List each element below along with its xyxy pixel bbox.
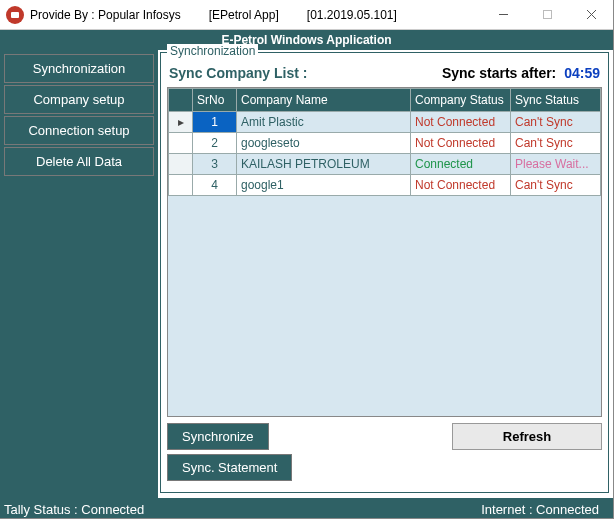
cell-company-status[interactable]: Not Connected (411, 112, 511, 133)
nav-company-setup[interactable]: Company setup (4, 85, 154, 114)
cell-company-status[interactable]: Not Connected (411, 133, 511, 154)
cell-company-name[interactable]: googleseto (237, 133, 411, 154)
app-header: E-Petrol Windows Application (0, 30, 613, 50)
sync-groupbox: Synchronization Sync Company List : Sync… (160, 52, 609, 493)
refresh-button[interactable]: Refresh (452, 423, 602, 450)
cell-company-name[interactable]: KAILASH PETROLEUM (237, 154, 411, 175)
cell-company-name[interactable]: google1 (237, 175, 411, 196)
cell-company-status[interactable]: Connected (411, 154, 511, 175)
row-indicator: ▸ (169, 112, 193, 133)
cell-company-status[interactable]: Not Connected (411, 175, 511, 196)
row-indicator (169, 154, 193, 175)
groupbox-legend: Synchronization (167, 44, 258, 58)
sync-statement-button[interactable]: Sync. Statement (167, 454, 292, 481)
status-bar: Tally Status : Connected Internet : Conn… (0, 498, 613, 519)
content-area: Synchronization Sync Company List : Sync… (158, 50, 613, 498)
table-row[interactable]: 4google1Not ConnectedCan't Sync (169, 175, 601, 196)
maximize-button[interactable] (525, 0, 569, 30)
close-button[interactable] (569, 0, 613, 30)
company-grid[interactable]: SrNo Company Name Company Status Sync St… (167, 87, 602, 417)
synchronize-button[interactable]: Synchronize (167, 423, 269, 450)
minimize-button[interactable] (481, 0, 525, 30)
nav-delete-all-data[interactable]: Delete All Data (4, 147, 154, 176)
tally-status: Tally Status : Connected (4, 502, 144, 517)
cell-srno[interactable]: 1 (193, 112, 237, 133)
table-row[interactable]: 3KAILASH PETROLEUMConnectedPlease Wait..… (169, 154, 601, 175)
row-indicator (169, 133, 193, 154)
col-company-name[interactable]: Company Name (237, 89, 411, 112)
list-title: Sync Company List : (169, 65, 307, 81)
title-version: [01.2019.05.101] (307, 8, 397, 22)
sync-after-label: Sync starts after: (442, 65, 556, 81)
svg-rect-2 (543, 11, 551, 19)
sidebar: Synchronization Company setup Connection… (0, 50, 158, 498)
sync-timer: 04:59 (564, 65, 600, 81)
col-srno[interactable]: SrNo (193, 89, 237, 112)
col-rowheader (169, 89, 193, 112)
internet-status: Internet : Connected (481, 502, 599, 517)
row-indicator (169, 175, 193, 196)
table-row[interactable]: 2googlesetoNot ConnectedCan't Sync (169, 133, 601, 154)
cell-sync-status[interactable]: Please Wait... (511, 154, 601, 175)
title-appname: [EPetrol App] (209, 8, 279, 22)
cell-srno[interactable]: 4 (193, 175, 237, 196)
cell-sync-status[interactable]: Can't Sync (511, 133, 601, 154)
col-sync-status[interactable]: Sync Status (511, 89, 601, 112)
cell-srno[interactable]: 3 (193, 154, 237, 175)
nav-connection-setup[interactable]: Connection setup (4, 116, 154, 145)
col-company-status[interactable]: Company Status (411, 89, 511, 112)
svg-rect-0 (11, 12, 19, 18)
cell-sync-status[interactable]: Can't Sync (511, 112, 601, 133)
cell-sync-status[interactable]: Can't Sync (511, 175, 601, 196)
nav-synchronization[interactable]: Synchronization (4, 54, 154, 83)
title-provider: Provide By : Popular Infosys (30, 8, 181, 22)
table-row[interactable]: ▸1Amit PlasticNot ConnectedCan't Sync (169, 112, 601, 133)
app-icon (6, 6, 24, 24)
cell-company-name[interactable]: Amit Plastic (237, 112, 411, 133)
cell-srno[interactable]: 2 (193, 133, 237, 154)
title-bar: Provide By : Popular Infosys [EPetrol Ap… (0, 0, 613, 30)
